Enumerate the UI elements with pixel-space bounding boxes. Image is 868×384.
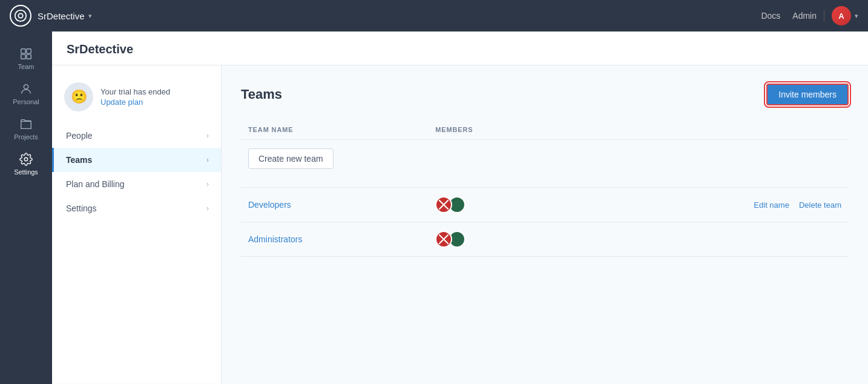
svg-point-1 (18, 13, 22, 18)
edit-name-link[interactable]: Edit name (754, 200, 789, 210)
delete-team-link[interactable]: Delete team (799, 200, 841, 210)
sidebar-item-personal-label: Personal (13, 98, 39, 105)
chevron-right-icon: › (206, 180, 209, 188)
invite-members-button[interactable]: Invite members (766, 84, 849, 105)
table-row: Developers (241, 188, 849, 222)
app-logo (10, 5, 31, 27)
svg-point-15 (452, 234, 462, 244)
developers-members-avatars (435, 196, 563, 213)
brand-chevron[interactable]: ▾ (88, 12, 92, 20)
chevron-right-icon: › (206, 204, 209, 213)
settings-nav-settings[interactable]: Settings › (52, 196, 221, 220)
sidebar: Team Personal Projects Settings (0, 31, 52, 384)
avatar: A (832, 6, 851, 25)
svg-rect-4 (21, 55, 25, 59)
settings-nav-plan-billing[interactable]: Plan and Billing › (52, 172, 221, 196)
settings-sidebar: 🙁 Your trial has ended Update plan Peopl… (52, 65, 222, 383)
svg-point-6 (24, 85, 28, 89)
trial-message: Your trial has ended (100, 87, 170, 96)
create-team-row: Create new team (241, 140, 849, 188)
svg-rect-3 (27, 49, 31, 53)
svg-point-7 (24, 157, 28, 161)
avatar-chevron[interactable]: ▾ (855, 12, 858, 20)
docs-link[interactable]: Docs (761, 11, 780, 21)
team-developers-link[interactable]: Developers (248, 200, 291, 210)
trial-face-icon: 🙁 (64, 82, 93, 111)
page-title: SrDetective (67, 42, 133, 56)
administrators-members-avatars (435, 231, 563, 248)
chevron-right-icon: › (206, 156, 209, 164)
teams-title: Teams (241, 87, 282, 102)
col-team-name: TEAM NAME (241, 120, 428, 140)
topbar-divider (824, 10, 824, 22)
create-new-team-button[interactable]: Create new team (248, 148, 334, 169)
col-members: MEMBERS (428, 120, 570, 140)
settings-layout: 🙁 Your trial has ended Update plan Peopl… (52, 65, 868, 383)
team-administrators-link[interactable]: Administrators (248, 234, 302, 244)
main-content: SrDetective 🙁 Your trial has ended Updat… (52, 31, 868, 384)
main-layout: Team Personal Projects Settings (0, 31, 868, 384)
settings-nav-people[interactable]: People › (52, 124, 221, 148)
teams-content: Teams Invite members TEAM NAME MEMBERS (222, 65, 868, 383)
sidebar-item-projects[interactable]: Projects (0, 111, 52, 147)
topbar: SrDetective ▾ Docs Admin A ▾ (0, 0, 868, 31)
svg-rect-5 (27, 55, 31, 59)
svg-rect-2 (21, 49, 25, 53)
sidebar-item-settings-label: Settings (14, 168, 38, 176)
settings-nav-teams[interactable]: Teams › (52, 148, 221, 172)
update-plan-link[interactable]: Update plan (100, 98, 143, 107)
sidebar-item-personal[interactable]: Personal (0, 76, 52, 111)
member-avatar-1 (435, 196, 452, 213)
chevron-right-icon: › (206, 131, 209, 140)
developers-actions: Edit name Delete team (578, 200, 841, 210)
trial-box: 🙁 Your trial has ended Update plan (52, 75, 221, 124)
table-row: Administrators (241, 222, 849, 257)
svg-point-0 (15, 10, 26, 21)
sidebar-item-settings[interactable]: Settings (0, 147, 52, 182)
svg-point-11 (452, 200, 462, 210)
sidebar-item-team-label: Team (18, 63, 35, 70)
page-header: SrDetective (52, 31, 868, 65)
sidebar-item-projects-label: Projects (14, 133, 38, 141)
sidebar-item-team[interactable]: Team (0, 41, 52, 76)
admin-link[interactable]: Admin (792, 11, 817, 21)
brand-name: SrDetective (38, 11, 85, 21)
teams-table: TEAM NAME MEMBERS Create new team (241, 120, 849, 257)
content-header: Teams Invite members (241, 84, 849, 105)
member-avatar-3 (435, 231, 452, 248)
